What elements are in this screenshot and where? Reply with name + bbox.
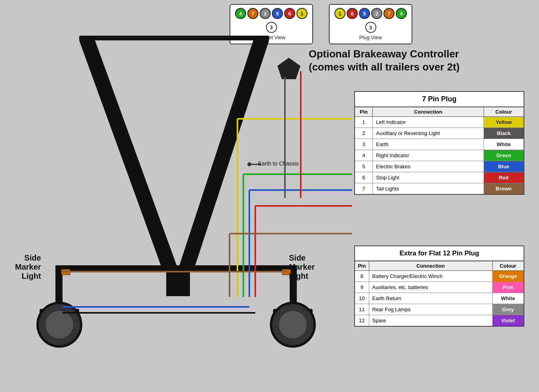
colour-cell: Black <box>484 128 524 139</box>
connection-name: Earth <box>373 139 484 150</box>
table-12pin: Extra for Flat 12 Pin Plug Pin Connectio… <box>354 245 524 327</box>
connection-name: Spare <box>369 315 492 327</box>
table-7pin-title: 7 Pin Plug <box>355 91 524 107</box>
connection-name: Auxiliaries, etc, batteries <box>369 282 492 293</box>
table-row: 7 Tail Lights Brown <box>355 183 524 195</box>
table-row: 4 Right Indicator Green <box>355 150 524 161</box>
colour-cell: Blue <box>484 161 524 172</box>
connection-name: Rear Fog Lamps <box>369 304 492 315</box>
pin-number: 12 <box>355 315 369 327</box>
colour-cell: Green <box>484 150 524 161</box>
table-row: 2 Auxilliary or Reversing Light Black <box>355 128 524 139</box>
plug-pin-5: 5 <box>359 8 370 19</box>
colour-cell: White <box>492 293 524 304</box>
svg-point-13 <box>279 311 307 339</box>
col-connection-header: Connection <box>373 107 484 117</box>
colour-cell: Pink <box>492 282 524 293</box>
table-row: 8 Battery Charger/Electric Winch Orange <box>355 271 524 282</box>
table-row: 3 Earth White <box>355 139 524 150</box>
table-row: 1 Left Indicator Yellow <box>355 117 524 128</box>
pin-number: 7 <box>355 183 373 195</box>
connection-name: Earth Return <box>369 293 492 304</box>
side-marker-left-label: SideMarkerLight <box>15 253 41 281</box>
colour-cell: Violet <box>492 315 524 327</box>
col-pin-header-12: Pin <box>355 261 369 271</box>
colour-cell: White <box>484 139 524 150</box>
pin-number: 10 <box>355 293 369 304</box>
plug-pin-7: 7 <box>383 8 395 19</box>
table-row: 11 Rear Fog Lamps Grey <box>355 304 524 315</box>
svg-point-29 <box>247 162 251 166</box>
colour-cell: Orange <box>492 271 524 282</box>
pin-number: 4 <box>355 150 373 161</box>
pin-number: 1 <box>355 117 373 128</box>
table-row: 6 Stop Light Red <box>355 172 524 183</box>
trailer-diagram <box>0 0 356 392</box>
connection-name: Right Indicator <box>373 150 484 161</box>
plug-pin-2: 2 <box>371 8 382 19</box>
colour-cell: Red <box>484 172 524 183</box>
connection-name: Electric Brakes <box>373 161 484 172</box>
connection-name: Battery Charger/Electric Winch <box>369 271 492 282</box>
col-pin-header: Pin <box>355 107 373 117</box>
col-colour-header-12: Colour <box>492 261 524 271</box>
pin-number: 3 <box>355 139 373 150</box>
connection-name: Left Indicator <box>373 117 484 128</box>
plug-pin-3: 3 <box>365 22 376 33</box>
table-row: 10 Earth Return White <box>355 293 524 304</box>
col-colour-header: Colour <box>484 107 524 117</box>
col-connection-header-12: Connection <box>369 261 492 271</box>
colour-cell: Brown <box>484 183 524 195</box>
pin-number: 2 <box>355 128 373 139</box>
earth-chassis-label: Earth to Chassis <box>258 160 299 167</box>
plug-pin-4: 4 <box>396 8 407 19</box>
connection-name: Stop Light <box>373 172 484 183</box>
colour-cell: Yellow <box>484 117 524 128</box>
pin-number: 5 <box>355 161 373 172</box>
table-row: 12 Spare Violet <box>355 315 524 327</box>
pin-number: 11 <box>355 304 369 315</box>
table-row: 9 Auxiliaries, etc, batteries Pink <box>355 282 524 293</box>
table-7pin: 7 Pin Plug Pin Connection Colour 1 Left … <box>354 91 524 195</box>
pin-number: 8 <box>355 271 369 282</box>
pin-number: 9 <box>355 282 369 293</box>
table-row: 5 Electric Brakes Blue <box>355 161 524 172</box>
svg-point-10 <box>46 311 73 339</box>
svg-rect-1 <box>79 36 269 40</box>
connection-name: Auxilliary or Reversing Light <box>373 128 484 139</box>
table-12pin-title: Extra for Flat 12 Pin Plug <box>355 246 524 261</box>
pin-number: 6 <box>355 172 373 183</box>
colour-cell: Grey <box>492 304 524 315</box>
svg-rect-5 <box>166 272 190 296</box>
connection-name: Tail Lights <box>373 183 484 195</box>
side-marker-right-label: SideMarkerLight <box>289 253 315 281</box>
svg-marker-2 <box>79 40 178 269</box>
